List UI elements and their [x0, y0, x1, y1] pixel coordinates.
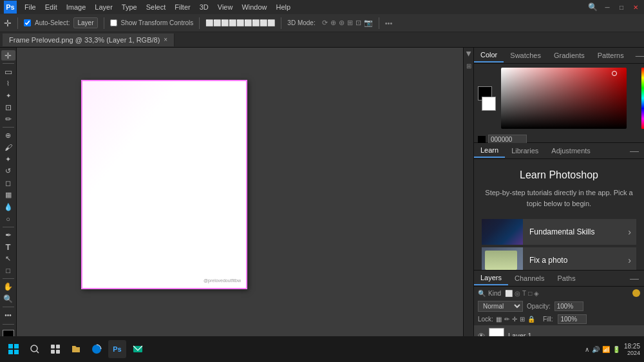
dodge-tool[interactable]: ○ [1, 213, 15, 224]
adjustment-filter-icon[interactable]: ◎ [515, 290, 520, 297]
eraser-tool[interactable]: ◻ [1, 178, 15, 188]
quick-select-tool[interactable]: ✦ [1, 90, 15, 100]
document-tab[interactable]: Frame Preloved.png @ 33,3% (Layer 1, RGB… [3, 33, 175, 46]
hue-slider[interactable] [641, 68, 644, 129]
auto-select-checkbox[interactable] [24, 19, 31, 26]
auto-select-type[interactable]: Layer [73, 17, 97, 28]
camera-icon[interactable]: 📷 [364, 19, 373, 27]
panel-strip: ▶ ⊞ [463, 48, 473, 348]
smart-filter-icon[interactable]: ◈ [534, 290, 539, 297]
healing-brush-tool[interactable]: ⊕ [1, 130, 15, 140]
menu-window[interactable]: Window [238, 2, 270, 12]
panel-icon-1[interactable]: ▶ [465, 52, 472, 57]
more-tools[interactable]: ••• [1, 310, 15, 320]
color-picker-area[interactable] [501, 68, 640, 129]
window-controls: 🔍 ─ □ ✕ [588, 3, 640, 12]
taskbar-browser[interactable] [88, 340, 106, 358]
pixel-filter-icon[interactable]: ⬜ [505, 290, 513, 297]
close-button[interactable]: ✕ [631, 3, 640, 12]
tab-learn[interactable]: Learn [474, 144, 505, 158]
taskbar-photoshop[interactable]: Ps [108, 340, 126, 358]
brush-tool[interactable]: 🖌 [1, 142, 15, 153]
canvas-area[interactable]: @prelovedoutfitbw [17, 48, 463, 348]
menu-layer[interactable]: Layer [91, 2, 117, 12]
fill-input[interactable] [558, 314, 587, 324]
taskbar-file-explorer[interactable] [67, 340, 85, 358]
color-gradient-main[interactable] [501, 68, 627, 129]
menu-edit[interactable]: Edit [41, 2, 61, 12]
svg-rect-6 [51, 345, 55, 348]
blur-tool[interactable]: 💧 [1, 202, 15, 212]
history-brush-tool[interactable]: ↺ [1, 166, 15, 176]
lock-all-icon[interactable]: 🔒 [527, 316, 535, 323]
menu-help[interactable]: Help [272, 2, 295, 12]
tab-libraries[interactable]: Libraries [505, 144, 545, 157]
color-picker-cursor[interactable] [612, 71, 617, 76]
gradient-tool[interactable]: ▦ [1, 189, 15, 200]
tab-paths[interactable]: Paths [551, 272, 582, 285]
menu-image[interactable]: Image [62, 2, 90, 12]
eyedropper-tool[interactable]: ✏ [1, 114, 15, 124]
tab-color[interactable]: Color [474, 48, 504, 62]
type-tool[interactable]: T [1, 242, 15, 252]
3d-icon-2[interactable]: ⊕ [330, 19, 336, 27]
collapse-learn-panel[interactable]: — [625, 143, 644, 158]
3d-icon-4[interactable]: ⊞ [347, 19, 353, 27]
background-swatch[interactable] [482, 97, 496, 111]
tab-channels[interactable]: Channels [508, 272, 551, 285]
type-filter-icon[interactable]: T [522, 290, 526, 297]
pen-tool[interactable]: ✒ [1, 230, 15, 240]
lock-position-icon[interactable]: ✛ [512, 316, 517, 323]
kind-label: Kind [488, 290, 501, 297]
3d-icon-3[interactable]: ⊛ [339, 19, 345, 27]
lock-pixels-icon[interactable]: ✏ [504, 316, 509, 323]
menu-3d[interactable]: 3D [196, 2, 213, 12]
collapse-color-panel[interactable]: — [630, 48, 644, 63]
opacity-input[interactable] [554, 301, 583, 311]
tab-swatches[interactable]: Swatches [504, 49, 547, 62]
taskbar-search[interactable] [26, 340, 44, 358]
move-tool-icon: ✛ [4, 18, 12, 28]
tutorial-card-fix[interactable]: Fix a photo › [482, 247, 636, 271]
move-tool[interactable]: ✛ [1, 50, 15, 61]
tutorial-card-fundamental[interactable]: Fundamental Skills › [482, 219, 636, 245]
collapse-layers-panel[interactable]: — [625, 271, 644, 286]
start-button[interactable] [4, 339, 23, 359]
restore-button[interactable]: □ [617, 3, 626, 12]
search-icon[interactable]: 🔍 [588, 3, 598, 12]
tab-close-button[interactable]: × [164, 36, 167, 43]
transform-controls-checkbox[interactable] [110, 19, 117, 26]
menu-select[interactable]: Select [142, 2, 170, 12]
panel-icon-2[interactable]: ⊞ [466, 62, 471, 70]
blend-mode-select[interactable]: Normal [478, 301, 523, 312]
taskbar-task-view[interactable] [46, 340, 64, 358]
lock-artboard-icon[interactable]: ⊞ [520, 316, 525, 323]
learn-title: Learn Photoshop [482, 169, 636, 181]
shape-tool[interactable]: □ [1, 265, 15, 276]
tab-adjustments[interactable]: Adjustments [545, 144, 597, 157]
marquee-tool[interactable]: ▭ [1, 66, 15, 77]
minimize-button[interactable]: ─ [603, 3, 612, 12]
filter-toggle[interactable] [632, 289, 640, 297]
hand-tool[interactable]: ✋ [1, 281, 15, 292]
menu-file[interactable]: File [21, 2, 40, 12]
more-options-icon[interactable]: ••• [385, 19, 393, 27]
clone-stamp-tool[interactable]: ✦ [1, 154, 15, 164]
lock-transparent-icon[interactable]: ▦ [496, 316, 502, 323]
menu-type[interactable]: Type [118, 2, 141, 12]
menu-view[interactable]: View [214, 2, 237, 12]
zoom-tool[interactable]: 🔍 [1, 294, 15, 304]
crop-tool[interactable]: ⊡ [1, 102, 15, 113]
lasso-tool[interactable]: ⌇ [1, 79, 15, 89]
taskbar-right: ∧ 🔊 📶 🔋 18:25 2024 [585, 343, 640, 356]
tutorial-label-fundamental: Fundamental Skills [523, 227, 628, 236]
3d-icon-5[interactable]: ⊡ [355, 19, 361, 27]
shape-filter-icon[interactable]: □ [528, 290, 532, 297]
tab-gradients[interactable]: Gradients [547, 49, 591, 62]
taskbar-mail[interactable] [129, 340, 147, 358]
path-selection-tool[interactable]: ↖ [1, 254, 15, 264]
tab-layers[interactable]: Layers [474, 271, 508, 285]
menu-filter[interactable]: Filter [171, 2, 194, 12]
tab-patterns[interactable]: Patterns [591, 49, 630, 62]
3d-icon-1[interactable]: ⟳ [322, 19, 328, 27]
